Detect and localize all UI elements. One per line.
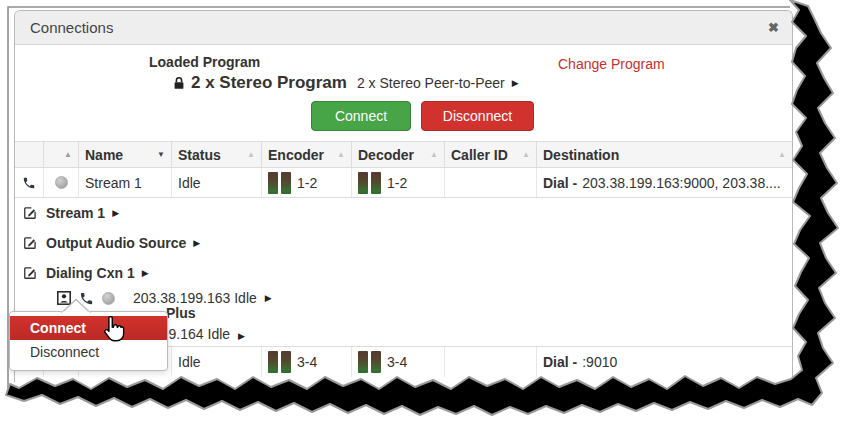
table-row: Stream 1 Idle 1-2 1-2 Dial - 203.38.199.…	[15, 168, 792, 198]
column-label: Status	[178, 147, 221, 163]
context-menu-pointer	[60, 298, 92, 313]
channel-label: 3-4	[297, 354, 317, 370]
expand-icon[interactable]: ▶	[142, 268, 149, 278]
sort-asc-icon[interactable]: ▲	[64, 150, 72, 159]
program-name: 2 x Stereo Program	[191, 73, 347, 93]
dial-value: 203.38.199.163:9000, 203.38....	[582, 175, 781, 191]
column-header-call[interactable]	[15, 142, 44, 167]
column-header-decoder[interactable]: Decoder ▲	[352, 142, 445, 167]
close-icon[interactable]: ✖	[768, 11, 779, 45]
connect-button[interactable]: Connect	[311, 101, 411, 131]
sort-asc-icon[interactable]: ▲	[430, 150, 438, 159]
column-header-callerid[interactable]: Caller ID ▲	[445, 142, 537, 167]
level-meter	[281, 172, 291, 194]
expand-icon[interactable]: ▶	[238, 331, 245, 341]
encoder-cell: 1-2	[262, 168, 352, 197]
tree-row-dialing-cxn1[interactable]: Dialing Cxn 1 ▶	[23, 258, 149, 288]
channel-label: 3-4	[387, 354, 407, 370]
sort-asc-icon[interactable]: ▲	[522, 150, 530, 159]
cursor-hand-icon	[100, 314, 130, 348]
context-menu: Connect Disconnect	[9, 311, 168, 371]
status-cell: Idle	[172, 168, 262, 197]
destination-cell: Dial - :9010	[537, 347, 792, 377]
expand-icon[interactable]: ▶	[193, 238, 200, 248]
status-cell: Idle	[172, 347, 262, 377]
level-meter	[268, 351, 278, 373]
expand-icon[interactable]: ▶	[512, 78, 519, 88]
column-label: Destination	[543, 147, 619, 163]
contact-label: 203.38.199.163 Idle	[133, 290, 257, 306]
callerid-cell	[445, 168, 537, 197]
column-header-destination[interactable]: Destination ▲	[537, 142, 792, 167]
hidden-row-fragment: Plus	[166, 305, 196, 321]
dial-label: Dial -	[543, 175, 577, 191]
level-meter	[358, 172, 368, 194]
table-header: ▲ Name ▼ Status ▲ Encoder ▲ Decoder ▲ Ca…	[15, 141, 792, 168]
edit-icon[interactable]	[23, 266, 37, 280]
column-label: Decoder	[358, 147, 414, 163]
level-meter	[268, 172, 278, 194]
expand-icon[interactable]: ▶	[112, 208, 119, 218]
screenshot-root: Connections ✖ Loaded Program 2 x Stereo …	[0, 0, 850, 431]
change-program-link[interactable]: Change Program	[558, 56, 665, 72]
tree-row-stream1[interactable]: Stream 1 ▶	[23, 198, 119, 228]
dial-value: :9010	[582, 354, 617, 370]
program-type: 2 x Stereo Peer-to-Peer	[357, 75, 505, 91]
column-label: Encoder	[268, 147, 324, 163]
lock-icon	[173, 76, 185, 91]
encoder-cell: 3-4	[262, 347, 352, 377]
column-header-name[interactable]: Name ▼	[79, 142, 172, 167]
tree-row-label: Dialing Cxn 1	[46, 265, 135, 281]
callerid-cell	[445, 347, 537, 377]
decoder-cell: 1-2	[352, 168, 445, 197]
menu-item-connect[interactable]: Connect	[10, 316, 167, 340]
status-led-icon	[55, 176, 68, 189]
column-header-status[interactable]: Status ▲	[172, 142, 262, 167]
edit-icon[interactable]	[23, 236, 37, 250]
phone-icon	[22, 176, 36, 190]
sort-asc-icon[interactable]: ▲	[247, 150, 255, 159]
loaded-program-label: Loaded Program	[149, 54, 260, 70]
column-header-state[interactable]: ▲	[44, 142, 79, 167]
state-cell	[44, 168, 79, 197]
destination-cell: Dial - 203.38.199.163:9000, 203.38....	[537, 168, 792, 197]
channel-label: 1-2	[387, 175, 407, 191]
sort-asc-icon[interactable]: ▲	[778, 150, 786, 159]
disconnect-button[interactable]: Disconnect	[421, 101, 534, 131]
level-meter	[358, 351, 368, 373]
name-cell: Stream 1	[79, 168, 172, 197]
tree-row-output-audio-source[interactable]: Output Audio Source ▶	[23, 228, 200, 258]
level-meter	[371, 172, 381, 194]
menu-item-disconnect[interactable]: Disconnect	[10, 340, 167, 364]
decoder-cell: 3-4	[352, 347, 445, 377]
tree-row-label: Output Audio Source	[46, 235, 186, 251]
column-label: Name	[85, 147, 123, 163]
sort-asc-icon[interactable]: ▲	[337, 150, 345, 159]
level-meter	[371, 351, 381, 373]
column-label: Caller ID	[451, 147, 508, 163]
loaded-program-row[interactable]: 2 x Stereo Program 2 x Stereo Peer-to-Pe…	[173, 73, 519, 93]
channel-label: 1-2	[297, 175, 317, 191]
dial-label: Dial -	[543, 354, 577, 370]
dialog-title: Connections	[30, 19, 113, 36]
level-meter	[281, 351, 291, 373]
call-cell[interactable]	[15, 168, 44, 197]
sort-desc-icon[interactable]: ▼	[157, 150, 165, 159]
edit-icon[interactable]	[23, 206, 37, 220]
dialog-titlebar: Connections ✖	[15, 11, 792, 45]
column-header-encoder[interactable]: Encoder ▲	[262, 142, 352, 167]
status-led-icon	[102, 292, 115, 305]
tree-row-label: Stream 1	[46, 205, 105, 221]
expand-icon[interactable]: ▶	[265, 293, 272, 303]
